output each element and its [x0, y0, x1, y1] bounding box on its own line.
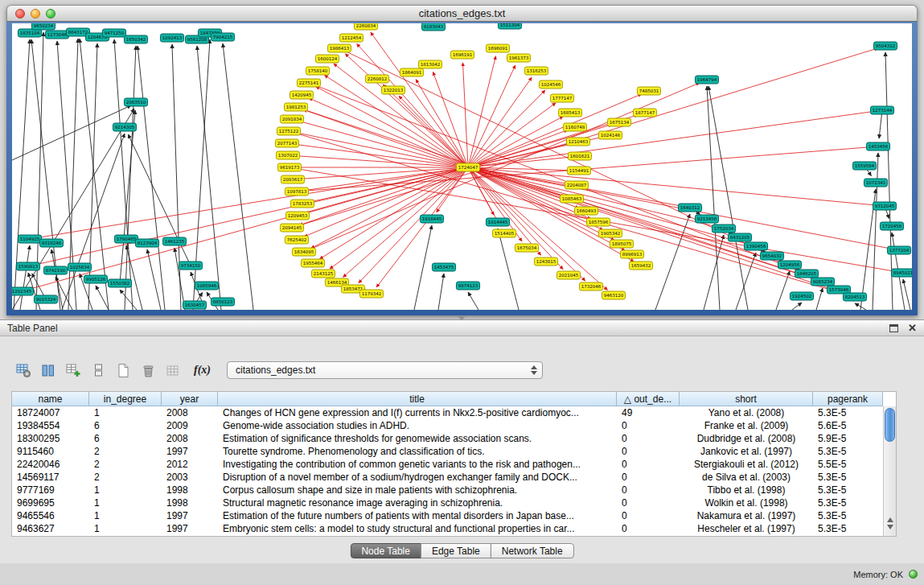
- zoom-window-icon[interactable]: [46, 9, 55, 19]
- graph-node[interactable]: 1025634: [68, 263, 91, 271]
- graph-edge[interactable]: [655, 214, 690, 310]
- graph-edge[interactable]: [320, 167, 468, 259]
- graph-node[interactable]: 1724047: [456, 163, 479, 171]
- graph-node[interactable]: 1307022: [276, 151, 299, 159]
- graph-node[interactable]: 1024146: [598, 131, 622, 139]
- graph-node[interactable]: 1322013: [381, 86, 405, 94]
- graph-edge[interactable]: [175, 248, 185, 310]
- graph-edge[interactable]: [114, 39, 133, 310]
- graph-edge[interactable]: [416, 80, 468, 167]
- graph-node[interactable]: 7625402: [285, 236, 308, 244]
- graph-node[interactable]: 1202345: [12, 287, 34, 295]
- graph-node[interactable]: 1752034: [712, 225, 735, 233]
- graph-edge[interactable]: [399, 96, 468, 167]
- graph-node[interactable]: 1275122: [277, 127, 300, 135]
- close-panel-icon[interactable]: ✕: [908, 323, 917, 333]
- graph-node[interactable]: 1914445: [486, 218, 509, 226]
- vertical-scrollbar[interactable]: [883, 406, 896, 536]
- graph-node[interactable]: 1590813: [16, 262, 39, 270]
- graph-edge[interactable]: [433, 72, 468, 167]
- float-panel-icon[interactable]: [889, 324, 898, 332]
- graph-edge[interactable]: [120, 110, 135, 283]
- graph-node[interactable]: 1453475: [432, 263, 455, 271]
- graph-node[interactable]: 1758140: [306, 67, 329, 75]
- graph-node[interactable]: 2143125: [311, 270, 335, 278]
- window-titlebar[interactable]: citations_edges.txt: [6, 5, 918, 22]
- graph-node[interactable]: 1097813: [285, 187, 308, 196]
- table-row[interactable]: 2242004622012Investigating the contribut…: [12, 458, 883, 471]
- graph-node[interactable]: 2204087: [565, 181, 588, 189]
- graph-node[interactable]: 1895075: [610, 240, 633, 248]
- graph-node[interactable]: 9463120: [602, 291, 625, 299]
- graph-node[interactable]: 1173046: [45, 31, 68, 39]
- graph-node[interactable]: 2094145: [280, 224, 303, 232]
- graph-node[interactable]: 1986413: [327, 44, 351, 52]
- tab-edge-table[interactable]: Edge Table: [421, 543, 491, 558]
- graph-node[interactable]: 2083617: [281, 175, 304, 183]
- graph-node[interactable]: 1243815: [534, 257, 557, 266]
- graph-node[interactable]: 1675134: [607, 118, 630, 126]
- graph-edge[interactable]: [20, 245, 30, 310]
- scrollbar-thumb[interactable]: [885, 408, 895, 442]
- graph-node[interactable]: 7485031: [637, 87, 660, 95]
- close-window-icon[interactable]: [15, 9, 25, 19]
- graph-edge[interactable]: [297, 133, 468, 167]
- graph-node[interactable]: 1732046: [579, 282, 602, 290]
- graph-node[interactable]: 8183043: [421, 23, 445, 31]
- graph-node[interactable]: 1659432: [629, 262, 652, 270]
- graph-node[interactable]: 9213456: [695, 215, 718, 223]
- graph-edge[interactable]: [296, 156, 468, 167]
- graph-node[interactable]: 9015324: [34, 295, 57, 303]
- graph-edge[interactable]: [816, 288, 823, 310]
- graph-node[interactable]: 1559584: [852, 162, 876, 170]
- graph-edge[interactable]: [873, 153, 878, 310]
- column-header-pagerank[interactable]: pagerank: [813, 392, 883, 406]
- graph-edge[interactable]: [707, 86, 720, 310]
- graph-node[interactable]: 9318246: [39, 239, 63, 247]
- graph-node[interactable]: 1783253: [290, 200, 314, 208]
- graph-node[interactable]: 1514405: [492, 229, 515, 237]
- edit-table-icon[interactable]: [63, 360, 84, 381]
- graph-edge[interactable]: [36, 167, 468, 265]
- graph-node[interactable]: 1511304: [498, 23, 521, 29]
- column-header-in-degree[interactable]: in_degree: [89, 392, 162, 406]
- graph-node[interactable]: 2260834: [354, 23, 377, 30]
- graph-node[interactable]: 9874123: [456, 282, 479, 290]
- graph-node[interactable]: 1955464: [301, 259, 324, 267]
- graph-node[interactable]: 1877147: [633, 109, 656, 117]
- graph-node[interactable]: 1961373: [507, 54, 530, 62]
- graph-node[interactable]: 2091834: [280, 115, 303, 123]
- table-row[interactable]: 1456911722003Disruption of a novel membe…: [12, 471, 883, 484]
- minimize-window-icon[interactable]: [31, 9, 40, 19]
- graph-node[interactable]: 1696091: [486, 44, 509, 52]
- graph-edge[interactable]: [120, 290, 137, 310]
- column-header-year[interactable]: year: [162, 392, 218, 406]
- network-selector-dropdown[interactable]: citations_edges.txt: [227, 361, 543, 379]
- graph-edge[interactable]: [383, 84, 468, 167]
- graph-node[interactable]: 1024546: [539, 80, 562, 89]
- graph-node[interactable]: 1675034: [515, 244, 538, 252]
- graph-node[interactable]: 1905342: [598, 229, 622, 237]
- graph-edge[interactable]: [468, 157, 572, 167]
- graph-node[interactable]: 1210463: [566, 138, 589, 146]
- graph-edge[interactable]: [303, 109, 468, 167]
- graph-node[interactable]: 1204956: [778, 261, 801, 269]
- tab-network-table[interactable]: Network Table: [491, 543, 574, 558]
- graph-node[interactable]: 9650234: [31, 23, 55, 30]
- graph-edge[interactable]: [708, 86, 748, 310]
- graph-edge[interactable]: [468, 292, 478, 310]
- graph-node[interactable]: 1209453: [285, 212, 309, 220]
- graph-node[interactable]: 1085463: [560, 195, 583, 203]
- graph-node[interactable]: 1777147: [550, 94, 573, 102]
- graph-node[interactable]: 1377204: [887, 246, 910, 254]
- show-columns-icon[interactable]: [38, 360, 59, 381]
- graph-edge[interactable]: [197, 46, 221, 310]
- graph-node[interactable]: 1601621: [568, 152, 591, 160]
- graph-node[interactable]: 1857596: [586, 218, 610, 226]
- graph-edge[interactable]: [147, 249, 161, 310]
- graph-edge[interactable]: [414, 225, 432, 310]
- graph-node[interactable]: 9654032: [760, 252, 783, 260]
- scroll-up-icon[interactable]: [887, 517, 893, 522]
- graph-edge[interactable]: [792, 303, 802, 310]
- graph-node[interactable]: 1630457: [183, 301, 206, 309]
